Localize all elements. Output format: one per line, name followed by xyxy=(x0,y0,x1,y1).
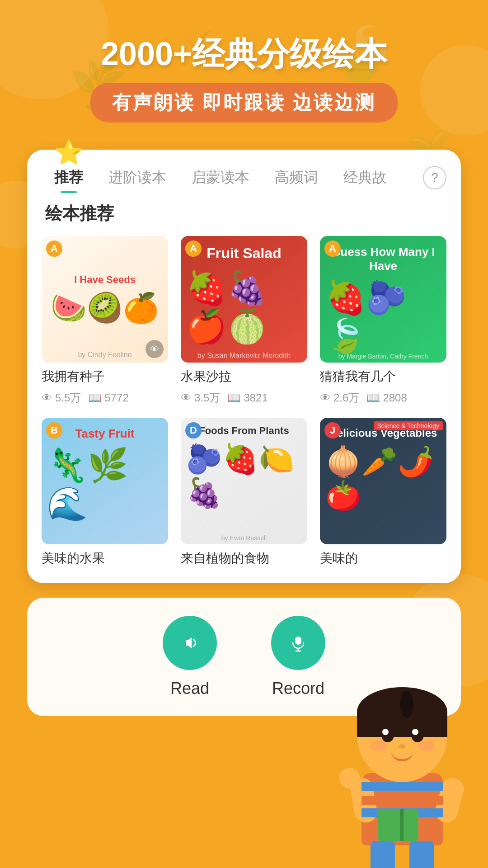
book-title-zh: 来自植物的食物 xyxy=(181,550,307,567)
header-subtitle: 有声朗读 即时跟读 边读边测 xyxy=(112,90,375,115)
tab-beginner[interactable]: 启蒙读本 xyxy=(179,164,262,191)
book-stats: 👁 5.5万 📖 5772 xyxy=(42,391,168,405)
book-cover-art: 🧅🥕🌶️🍅 xyxy=(325,445,441,513)
tab-classic[interactable]: 经典故 xyxy=(331,164,399,191)
book-level-badge: D xyxy=(185,422,202,439)
tab-advanced[interactable]: 进阶读本 xyxy=(96,164,179,191)
views-icon: 👁 xyxy=(320,392,331,404)
book-cover-art: 🍓🫐🍃 xyxy=(325,278,441,355)
book-cover-art: 🦎🌿🌊 xyxy=(47,446,163,523)
series-badge: Science & Technology xyxy=(374,421,443,430)
book-level-badge: J xyxy=(324,422,341,439)
views-icon: 👁 xyxy=(181,392,192,404)
tab-recommended[interactable]: 推荐 xyxy=(42,164,96,191)
microphone-icon xyxy=(286,630,311,656)
record-label: Record xyxy=(272,679,324,698)
reads-icon: 📖 xyxy=(227,392,241,404)
reads-stat: 📖 2808 xyxy=(366,392,407,404)
book-stats: 👁 3.5万 📖 3821 xyxy=(181,391,307,405)
book-level-badge: A xyxy=(46,241,62,257)
book-title-en: Guess How Many I Have xyxy=(325,245,441,273)
svg-rect-2 xyxy=(295,637,301,645)
book-item[interactable]: D Foods From Plants 🫐🍓🍋🍇 by Evan Russell… xyxy=(181,418,307,567)
book-stats: 👁 2.6万 📖 2808 xyxy=(320,391,446,405)
section-title: 绘本推荐 xyxy=(45,202,446,225)
reads-icon: 📖 xyxy=(366,392,380,404)
reads-icon: 📖 xyxy=(88,392,102,404)
book-author: by Evan Russell xyxy=(181,534,307,542)
book-title-zh: 美味的 xyxy=(320,550,446,567)
book-title-zh: 我拥有种子 xyxy=(42,368,168,385)
reads-count: 2808 xyxy=(383,392,407,404)
book-item[interactable]: A Guess How Many I Have 🍓🫐🍃 by Margie Ba… xyxy=(320,236,446,405)
book-title-zh: 美味的水果 xyxy=(42,550,168,567)
book-title-en: Tasty Fruit xyxy=(75,427,135,441)
reads-stat: 📖 3821 xyxy=(227,392,267,404)
record-button[interactable]: Record xyxy=(271,616,325,698)
views-stat: 👁 3.5万 xyxy=(181,391,220,405)
help-button[interactable]: ? xyxy=(423,166,446,189)
book-title-en: I Have Seeds xyxy=(74,274,136,286)
star-decoration: ⭐ xyxy=(54,139,84,166)
views-count: 3.5万 xyxy=(194,391,220,405)
views-stat: 👁 2.6万 xyxy=(320,391,359,405)
books-grid: A I Have Seeds 🍉🥝🍊 by Cindy Feeline 👁 我拥… xyxy=(42,236,446,567)
book-level-badge: B xyxy=(46,422,62,439)
book-cover: D Foods From Plants 🫐🍓🍋🍇 by Evan Russell xyxy=(181,418,307,544)
book-author: by Susan Markovitz Meredith xyxy=(181,352,307,360)
speaker-icon xyxy=(177,630,202,656)
read-button[interactable]: Read xyxy=(163,616,217,698)
book-title-en: Foods From Plants xyxy=(199,425,289,437)
book-cover-art: 🍉🥝🍊 xyxy=(51,291,159,325)
book-item[interactable]: B Tasty Fruit 🦎🌿🌊 美味的水果 xyxy=(42,418,168,567)
book-title-zh: 水果沙拉 xyxy=(181,368,307,385)
book-cover: J Delicious Vegetables 🧅🥕🌶️🍅 Science & T… xyxy=(320,418,446,544)
book-cover-art: 🫐🍓🍋🍇 xyxy=(186,442,302,510)
book-item[interactable]: A I Have Seeds 🍉🥝🍊 by Cindy Feeline 👁 我拥… xyxy=(42,236,168,405)
record-button-circle[interactable] xyxy=(271,616,325,670)
reads-count: 5772 xyxy=(104,392,128,404)
views-count: 2.6万 xyxy=(333,391,359,405)
action-section: Read Record xyxy=(27,598,461,716)
read-button-circle[interactable] xyxy=(163,616,217,670)
views-stat: 👁 5.5万 xyxy=(42,391,81,405)
views-icon: 👁 xyxy=(42,392,52,404)
tab-bar: 推荐 进阶读本 启蒙读本 高频词 经典故 ? xyxy=(42,164,446,195)
header-subtitle-wrapper: 有声朗读 即时跟读 边读边测 xyxy=(90,83,397,123)
book-item[interactable]: J Delicious Vegetables 🧅🥕🌶️🍅 Science & T… xyxy=(320,418,446,567)
book-cover: B Tasty Fruit 🦎🌿🌊 xyxy=(42,418,168,544)
views-count: 5.5万 xyxy=(55,391,81,405)
book-level-badge: A xyxy=(324,241,341,257)
book-level-badge: A xyxy=(185,241,202,257)
read-label: Read xyxy=(170,679,209,698)
preview-icon[interactable]: 👁 xyxy=(145,340,164,358)
reads-count: 3821 xyxy=(244,392,267,404)
book-cover: A Guess How Many I Have 🍓🫐🍃 by Margie Ba… xyxy=(320,236,446,363)
book-cover: A I Have Seeds 🍉🥝🍊 by Cindy Feeline 👁 xyxy=(42,236,168,363)
reads-stat: 📖 5772 xyxy=(88,392,128,404)
book-author: by Margie Barton, Cathy French xyxy=(320,353,446,360)
tab-highfreq[interactable]: 高频词 xyxy=(262,164,331,191)
main-card: ⭐ 推荐 进阶读本 启蒙读本 高频词 经典故 ? 绘本推荐 xyxy=(27,150,461,583)
book-item[interactable]: A Fruit Salad 🍓🍇🍎🍈 by Susan Markovitz Me… xyxy=(181,236,307,405)
book-cover-art: 🍓🍇🍎🍈 xyxy=(186,269,302,346)
header-title: 2000+经典分级绘本 xyxy=(101,36,387,72)
book-title-en: Fruit Salad xyxy=(206,245,281,262)
book-cover: A Fruit Salad 🍓🍇🍎🍈 by Susan Markovitz Me… xyxy=(181,236,307,363)
book-title-zh: 猜猜我有几个 xyxy=(320,368,446,385)
